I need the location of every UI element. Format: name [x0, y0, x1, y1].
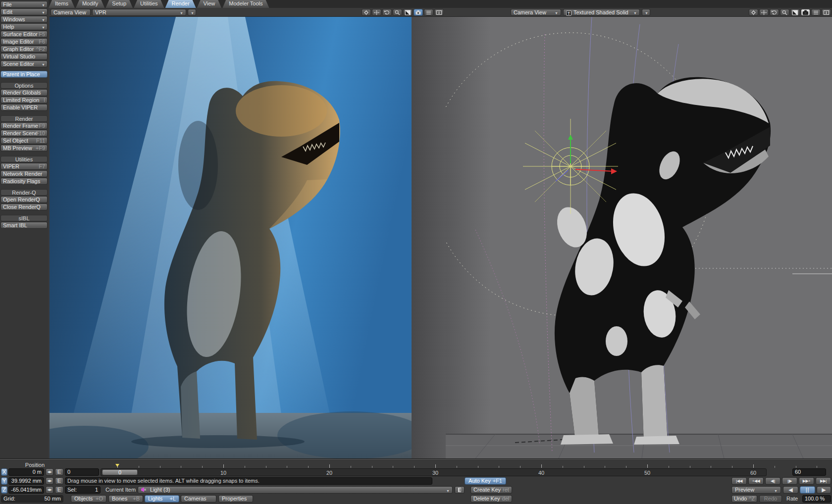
transport-step-4[interactable]: ▶▶+ [799, 477, 814, 485]
expand-icon[interactable] [434, 9, 444, 16]
menu-help[interactable]: Help▼ [0, 23, 48, 30]
delete-key-button[interactable]: Delete Keydel [470, 495, 512, 503]
sidebar-item-viper[interactable]: VIPERF7 [0, 163, 48, 170]
shaded-render-canvas[interactable] [446, 17, 832, 458]
camera-icon[interactable] [801, 9, 810, 16]
shortcut-label: +L [169, 496, 176, 502]
minmax-icon[interactable] [403, 9, 413, 16]
tab-utilities[interactable]: Utilities [134, 0, 164, 8]
item-type-bones[interactable]: Bones+B [108, 495, 143, 503]
sidebar-item-mb-preview[interactable]: MB Preview+F9 [0, 145, 48, 151]
pan-icon[interactable] [759, 9, 769, 16]
minmax-icon[interactable] [790, 9, 800, 16]
auto-key-button[interactable]: Auto Key+F1 [465, 477, 506, 485]
menu-file[interactable]: File▼ [0, 1, 48, 8]
transport-step-5[interactable]: ▶▶| [816, 477, 831, 485]
preview-select[interactable]: Preview▼ [731, 486, 781, 494]
menu-windows[interactable]: Windows▼ [0, 16, 48, 23]
menu-icon[interactable] [811, 9, 821, 16]
sidebar-item-render-frame[interactable]: Render FrameF9 [0, 122, 48, 129]
frame-slider-handle[interactable]: 0 [102, 469, 138, 475]
sidebar-item-render-scene[interactable]: Render SceneF10 [0, 130, 48, 137]
transport-step-1[interactable]: +◀◀ [748, 477, 764, 485]
timeline-track[interactable]: 0 102030405060 [101, 468, 767, 476]
sidebar-item-smart-ibl[interactable]: Smart IBL [0, 222, 48, 229]
rate-field[interactable]: 100.0 % [802, 495, 831, 503]
menu-edit[interactable]: Edit▼ [0, 8, 48, 15]
sidebar-item-image-editor[interactable]: Image EditorF6 [0, 38, 48, 45]
rotate-icon[interactable] [382, 9, 392, 16]
position-x-field[interactable]: 0 m [8, 468, 44, 476]
sidebar-item-sel-object[interactable]: Sel ObjectF11 [0, 137, 48, 144]
play-button[interactable]: ▶ [817, 486, 831, 494]
right-mode-select[interactable]: TTextured Shaded Solid▼ [563, 9, 640, 16]
left-header-menu-button[interactable]: ▼ [188, 9, 196, 16]
sidebar-item-open-renderq[interactable]: Open RenderQ [0, 196, 48, 203]
current-item-select[interactable]: Light (3) ▼ [138, 486, 453, 494]
center-icon[interactable] [749, 9, 758, 16]
play-reverse-button[interactable]: ◀ [783, 486, 798, 494]
undo-button[interactable]: Undo^Z [731, 495, 757, 503]
position-z-field[interactable]: -65.0419mm [8, 486, 44, 494]
right-view-select[interactable]: Camera View▼ [511, 9, 561, 16]
rotate-icon[interactable] [770, 9, 779, 16]
transport-step-2[interactable]: ◀|| [765, 477, 780, 485]
sidebar-item-close-renderq[interactable]: Close RenderQ [0, 203, 48, 210]
sidebar-item-limited-region[interactable]: Limited Regionl [0, 97, 48, 103]
redo-button[interactable]: Redo [759, 495, 782, 503]
transport-step-3[interactable]: ||▶ [782, 477, 797, 485]
vpr-render-canvas[interactable] [50, 17, 412, 458]
pause-button[interactable]: || [800, 486, 815, 494]
axis-x-button[interactable]: X [1, 468, 7, 476]
zoom-icon[interactable] [780, 9, 789, 16]
expand-icon[interactable] [822, 9, 831, 16]
sidebar-item-enable-viper[interactable]: Enable VIPER [0, 104, 48, 111]
camera-icon[interactable] [414, 9, 423, 16]
envelope-z-button[interactable]: E [55, 486, 63, 494]
tab-modify[interactable]: Modify [76, 0, 104, 8]
item-properties-mini-button[interactable] [455, 486, 465, 494]
position-y-field[interactable]: 39.9992 mm [8, 477, 44, 485]
item-type-lights[interactable]: Lights+L [145, 495, 179, 503]
timeline-ruler[interactable] [101, 463, 830, 468]
sidebar-item-virtual-studio[interactable]: Virtual Studio [0, 53, 48, 60]
envelope-y-button[interactable]: E [55, 477, 63, 485]
menu-icon[interactable] [424, 9, 433, 16]
sidebar-item-surface-editor[interactable]: Surface EditorF5 [0, 31, 48, 38]
light-gizmo[interactable] [523, 119, 618, 214]
envelope-x-button[interactable]: E [55, 468, 63, 476]
tab-render[interactable]: Render [165, 0, 196, 8]
axis-z-button[interactable]: Z [1, 486, 7, 494]
axis-y-button[interactable]: Y [1, 477, 7, 485]
position-y-stepper[interactable]: ◀▶ [46, 477, 53, 485]
tab-modeler-tools[interactable]: Modeler Tools [222, 0, 269, 8]
item-type-properties[interactable]: Propertiesp [218, 495, 253, 503]
transport-step-0[interactable]: |◀◀ [731, 477, 747, 485]
tab-items[interactable]: Items [49, 0, 75, 8]
position-z-stepper[interactable]: ◀▶ [46, 486, 53, 494]
position-x-stepper[interactable]: ◀▶ [46, 468, 53, 476]
current-frame-field[interactable]: 0 [65, 468, 99, 476]
sidebar-item-render-globals[interactable]: Render Globals [0, 89, 48, 96]
sidebar-item-radiosity-flags[interactable]: Radiosity Flags [0, 178, 48, 185]
last-frame-field[interactable]: 60 [792, 468, 826, 476]
left-mode-select[interactable]: VPR▼ [92, 9, 186, 16]
item-type-cameras[interactable]: Cameras+C [181, 495, 216, 503]
item-type-label: Cameras [184, 496, 207, 502]
right-header-menu-button[interactable]: ▼ [642, 9, 650, 16]
timeline-number: 60 [750, 470, 756, 476]
center-icon[interactable] [362, 9, 371, 16]
sidebar-item-scene-editor[interactable]: Scene Editor▼ [0, 60, 48, 67]
tab-setup[interactable]: Setup [105, 0, 133, 8]
pan-icon[interactable] [372, 9, 381, 16]
left-view-select[interactable]: Camera View▼ [51, 9, 91, 16]
item-type-label: Objects [74, 496, 93, 502]
zoom-icon[interactable] [393, 9, 402, 16]
item-type-objects[interactable]: Objects+O [71, 495, 106, 503]
sidebar-item-graph-editor[interactable]: Graph Editor^F2 [0, 46, 48, 52]
tab-view[interactable]: View [197, 0, 222, 8]
create-key-button[interactable]: Create Keyret [470, 486, 512, 494]
parent-in-place-button[interactable]: Parent in Place [0, 71, 48, 78]
sidebar-item-network-render[interactable]: Network Render [0, 170, 48, 177]
ruler-tick [647, 464, 648, 468]
